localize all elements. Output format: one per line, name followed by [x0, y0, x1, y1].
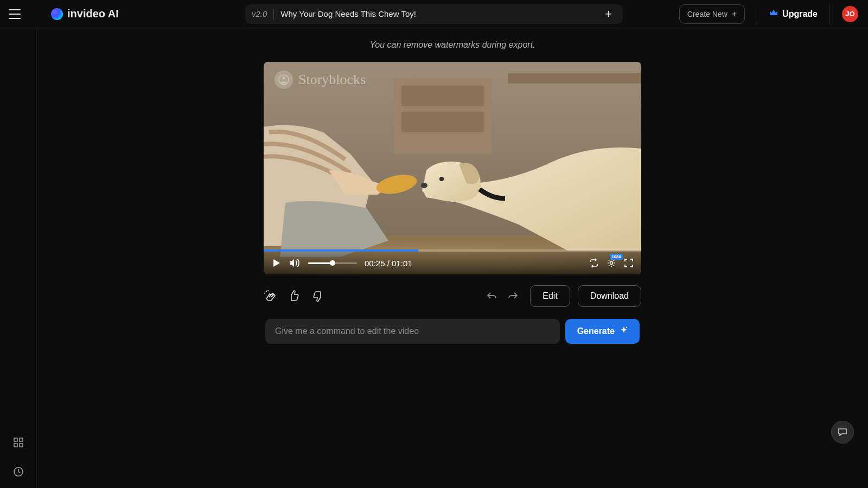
plus-icon: + [732, 9, 737, 19]
download-label: Download [590, 291, 629, 300]
project-title: Why Your Dog Needs This Chew Toy! [280, 9, 594, 18]
generate-button[interactable]: Generate [565, 319, 640, 344]
sparkle-icon [620, 326, 628, 336]
chat-icon [837, 427, 848, 438]
volume-fill [308, 262, 333, 264]
command-input[interactable] [265, 319, 560, 344]
svg-point-15 [283, 76, 285, 79]
watermark-hint: You can remove watermarks during export. [369, 40, 535, 50]
volume-icon[interactable] [289, 258, 301, 268]
thumbs-down-icon[interactable] [311, 290, 324, 303]
crown-icon [769, 9, 778, 19]
grid-icon[interactable] [13, 437, 24, 448]
settings-icon[interactable]: 1080 [607, 258, 616, 268]
undo-icon[interactable] [486, 290, 497, 302]
video-frame [264, 62, 641, 274]
project-title-bar[interactable]: v2.0 Why Your Dog Needs This Chew Toy! + [245, 4, 623, 24]
logo-icon [51, 8, 63, 20]
svg-rect-9 [508, 73, 641, 84]
volume-slider[interactable] [308, 262, 357, 264]
play-icon[interactable] [271, 258, 281, 268]
version-label: v2.0 [252, 9, 267, 18]
svg-rect-8 [401, 112, 484, 132]
avatar[interactable]: JO [842, 6, 858, 22]
fullscreen-icon[interactable] [624, 258, 634, 268]
command-row: Generate [265, 319, 640, 344]
menu-icon[interactable] [9, 9, 21, 19]
svg-point-16 [610, 262, 613, 265]
watermark: Storyblocks [275, 70, 366, 89]
watermark-text: Storyblocks [298, 72, 366, 88]
loop-icon[interactable] [589, 258, 599, 268]
svg-point-17 [626, 327, 627, 328]
main: You can remove watermarks during export. [37, 28, 868, 488]
svg-rect-1 [20, 438, 23, 441]
edit-button[interactable]: Edit [530, 285, 570, 307]
edit-label: Edit [542, 291, 558, 300]
divider [757, 4, 757, 24]
avatar-initials: JO [845, 10, 854, 18]
logo[interactable]: invideo AI [51, 8, 119, 20]
time-current: 00:25 [365, 259, 385, 268]
undo-redo [486, 290, 519, 302]
divider [829, 4, 830, 24]
header: invideo AI v2.0 Why Your Dog Needs This … [0, 0, 868, 28]
upgrade-label: Upgrade [782, 9, 818, 19]
time-total: 01:01 [392, 259, 412, 268]
feedback-icons [264, 290, 324, 303]
header-right: Create New + Upgrade JO [679, 4, 858, 24]
generate-label: Generate [577, 326, 615, 336]
plus-icon[interactable]: + [601, 7, 616, 21]
video-player[interactable]: Storyblocks 00:25 / 01:01 [264, 62, 641, 274]
left-rail [0, 28, 37, 488]
svg-rect-0 [14, 438, 17, 441]
download-button[interactable]: Download [578, 285, 641, 307]
chat-fab[interactable] [831, 421, 854, 444]
create-new-button[interactable]: Create New + [679, 4, 745, 24]
svg-rect-2 [14, 444, 17, 447]
divider [273, 9, 274, 20]
create-new-label: Create New [687, 10, 727, 18]
redo-icon[interactable] [507, 290, 519, 302]
history-icon[interactable] [13, 466, 24, 477]
action-row: Edit Download [264, 285, 641, 307]
svg-rect-7 [401, 86, 484, 106]
volume-thumb [330, 260, 335, 266]
svg-rect-3 [20, 444, 23, 447]
svg-point-12 [439, 177, 444, 181]
thumbs-up-icon[interactable] [288, 290, 301, 303]
video-controls: 00:25 / 01:01 1080 [264, 252, 641, 274]
time-display: 00:25 / 01:01 [365, 259, 412, 268]
watermark-icon [275, 70, 293, 89]
quality-badge: 1080 [610, 254, 623, 260]
svg-point-13 [421, 183, 427, 188]
upgrade-link[interactable]: Upgrade [769, 9, 818, 19]
clap-icon[interactable] [264, 290, 277, 303]
logo-text: invideo AI [67, 8, 119, 20]
